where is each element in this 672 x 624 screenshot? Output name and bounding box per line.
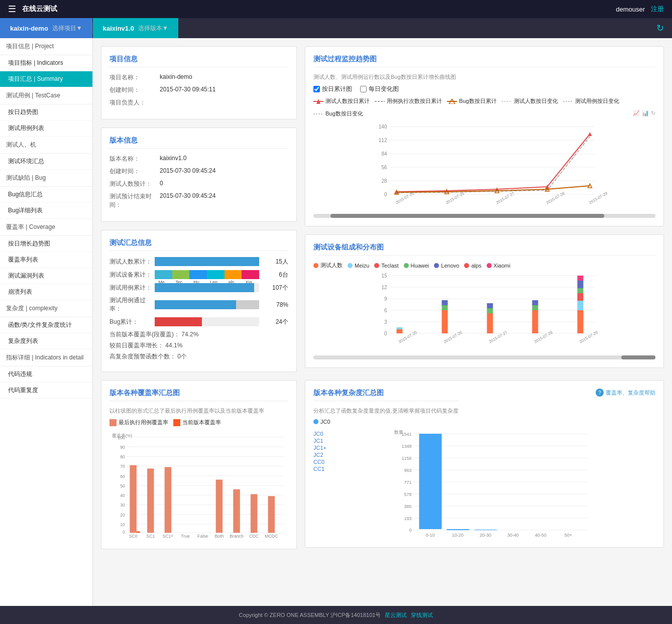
version-info-card: 版本信息 版本名称： kaixinv1.0 创建时间： 2015-07-30 0… (101, 128, 297, 222)
toggle-cumulative-checkbox[interactable] (313, 86, 320, 92)
svg-text:28: 28 (381, 178, 387, 184)
svg-text:15: 15 (381, 273, 387, 279)
pass-rate-label: 测试用例通过率： (109, 296, 155, 313)
svg-text:80: 80 (120, 454, 125, 459)
help-text[interactable]: 覆盖率、复杂度帮助 (606, 389, 655, 397)
svg-text:30-40: 30-40 (507, 533, 519, 538)
high-complexity-label: 高复杂度预警函数个数： (109, 353, 176, 360)
toggle-cumulative-label: 按日累计图 (322, 85, 352, 93)
toggle-daily[interactable]: 每日变化图 (360, 85, 399, 93)
svg-text:70: 70 (120, 464, 125, 469)
sidebar-item-trend[interactable]: 按日趋势图 (0, 104, 92, 120)
svg-text:2015-07-28: 2015-07-28 (545, 191, 566, 205)
trend-chart-scrollbar-thumb[interactable] (330, 214, 604, 218)
sidebar-item-caselist[interactable]: 测试用例列表 (0, 120, 92, 137)
complexity-label-cc1[interactable]: CC1 (313, 466, 326, 472)
chart-tools: 📈 📊 ↻ (633, 110, 655, 117)
sidebar-item-buglist[interactable]: Bug详细列表 (0, 203, 92, 219)
sidebar-item-complexstat[interactable]: 函数/类/文件复杂度统计 (0, 317, 92, 333)
complexity-label-jc2[interactable]: JC2 (313, 452, 326, 458)
growth-stat-row: 较前日覆盖率增长： 44.1% (109, 341, 288, 350)
trend-chart-card: 测试过程监控趋势图 测试人数、测试用例运行数以及Bug数按日累计增长曲线图 按日… (305, 46, 664, 226)
tab1-project-select[interactable]: 选择项目▼ (52, 24, 82, 33)
svg-marker-29 (588, 132, 592, 136)
cases-bar (155, 283, 254, 292)
bar-29-indigo (578, 281, 584, 288)
chart-line-icon[interactable]: 📈 (633, 110, 640, 117)
footer-link-xinyun[interactable]: 星云测试 (385, 611, 407, 619)
version-name-label: 版本名称： (109, 155, 160, 163)
sidebar-item-covleak[interactable]: 测试漏洞列表 (0, 268, 92, 284)
sidebar-item-codeviolation[interactable]: 代码违规 (0, 366, 92, 383)
testers-label: 测试人数累计： (109, 258, 155, 266)
device-legend-label-lenovo: Lenovo (441, 263, 459, 269)
device-seg-huawei (189, 270, 207, 279)
sidebar-item-covtrend[interactable]: 按日增长趋势图 (0, 236, 92, 252)
coverage-chart-card: 版本各种覆盖率汇总图 以柱状图的形式汇总了最后执行用例覆盖率以及当前版本覆盖率 … (101, 380, 297, 549)
sidebar-section-indicators-detail: 指标详细 | Indicators in detail (0, 349, 92, 366)
growth-value: 44.1% (165, 342, 182, 349)
device-seg-lenovo (207, 270, 225, 279)
complexity-label-jc1plus[interactable]: JC1+ (313, 445, 326, 451)
toggle-daily-checkbox[interactable] (360, 86, 367, 92)
sidebar-section-project: 项目信息 | Project (0, 38, 92, 55)
sidebar-item-complexlist[interactable]: 复杂度列表 (0, 333, 92, 349)
legend-bug-label: Bug数按日累计 (459, 97, 497, 105)
chart-bar-icon[interactable]: 📊 (642, 110, 649, 117)
sidebar-item-codecomplexity[interactable]: 代码重复度 (0, 383, 92, 399)
sidebar-item-summary[interactable]: 项目汇总 | Summary (0, 71, 92, 87)
footer-link-chuanxian[interactable]: 穿线测试 (411, 611, 433, 619)
svg-text:20-30: 20-30 (480, 533, 491, 538)
complexity-legend-label: JC0 (320, 419, 330, 425)
device-chart-scrollbar-thumb[interactable] (621, 355, 655, 359)
pass-rate-row: 测试用例通过率： 78% (109, 296, 288, 313)
project-owner-row: 项目负责人： (109, 98, 288, 107)
complexity-label-jc1[interactable]: JC1 (313, 438, 326, 444)
tab-kaixin-demo[interactable]: kaixin-demo 选择项目▼ (0, 18, 92, 38)
cases-bar-wrap (155, 283, 259, 292)
legend-case-daily-label: 测试用例按日变化 (575, 97, 619, 105)
trend-chart-scrollbar[interactable] (313, 214, 655, 218)
bug-value: 24个 (263, 318, 288, 326)
device-legend-lenovo: Lenovo (434, 262, 459, 269)
high-complexity-row: 高复杂度预警函数个数： 0个 (109, 352, 288, 361)
right-col: 测试过程监控趋势图 测试人数、测试用例运行数以及Bug数按日累计增长曲线图 按日… (305, 46, 664, 380)
sidebar-section-testcase: 测试用例 | TestCase (0, 87, 92, 104)
tab2-version-select[interactable]: 选择版本▼ (138, 24, 168, 33)
complexity-label-cc0[interactable]: CC0 (313, 459, 326, 465)
svg-text:1541: 1541 (401, 432, 411, 437)
sidebar-item-env[interactable]: 测试环境汇总 (0, 154, 92, 170)
complexity-help[interactable]: ? 覆盖率、复杂度帮助 (596, 389, 655, 397)
sidebar-item-indicators[interactable]: 项目指标 | Indicators (0, 55, 92, 71)
refresh-icon[interactable]: ↻ (656, 18, 664, 38)
chart-refresh-icon[interactable]: ↻ (651, 110, 655, 117)
help-icon: ? (596, 389, 604, 397)
hamburger-icon[interactable]: ☰ (8, 4, 16, 15)
complexity-label-jc0[interactable]: JC0 (313, 431, 326, 437)
coverage-chart-svg: 覆盖率(%) 100 90 80 70 60 50 40 30 20 10 0 (109, 430, 288, 541)
device-legend-dot-teclast (374, 263, 379, 268)
pass-rate-bar-filled (155, 300, 236, 309)
version-end-value: 2015-07-30 09:45:24 (160, 192, 215, 209)
top-row: 项目信息 项目名称： kaixin-demo 创建时间： 2015-07-30 … (101, 46, 664, 380)
devices-row: 测试设备累计： Me... (109, 270, 288, 279)
sidebar-item-buginfo[interactable]: Bug信息汇总 (0, 187, 92, 203)
sidebar-item-crash[interactable]: 崩溃列表 (0, 284, 92, 300)
legend-bug-daily-label: Bug数按日变化 (325, 110, 363, 117)
device-chart-card: 测试设备组成和分布图 测试人数 Meizu Teclast (305, 234, 664, 368)
version-end-label: 测试预计结束时间： (109, 192, 160, 209)
svg-text:Both: Both (215, 534, 224, 539)
device-chart-scrollbar[interactable] (313, 355, 655, 359)
register-link[interactable]: 注册 (651, 5, 664, 14)
svg-text:0: 0 (409, 528, 411, 533)
complexity-chart-subtitle: 分析汇总了函数复杂度量度的值,更清晰掌握项目代码复杂度 (313, 407, 459, 415)
device-legend-label-huawei: Huawei (411, 263, 429, 269)
coverage-chart-col: 版本各种覆盖率汇总图 以柱状图的形式汇总了最后执行用例覆盖率以及当前版本覆盖率 … (101, 380, 297, 557)
coverage-value: 74.2% (181, 331, 198, 338)
sidebar-item-covrate[interactable]: 覆盖率列表 (0, 252, 92, 268)
bar-27-green (487, 308, 493, 313)
version-end-row: 测试预计结束时间： 2015-07-30 09:45:24 (109, 192, 288, 209)
tab-kaixinv1[interactable]: kaixinv1.0 选择版本▼ (93, 18, 178, 38)
toggle-cumulative[interactable]: 按日累计图 (313, 85, 352, 93)
svg-text:100: 100 (118, 435, 125, 440)
